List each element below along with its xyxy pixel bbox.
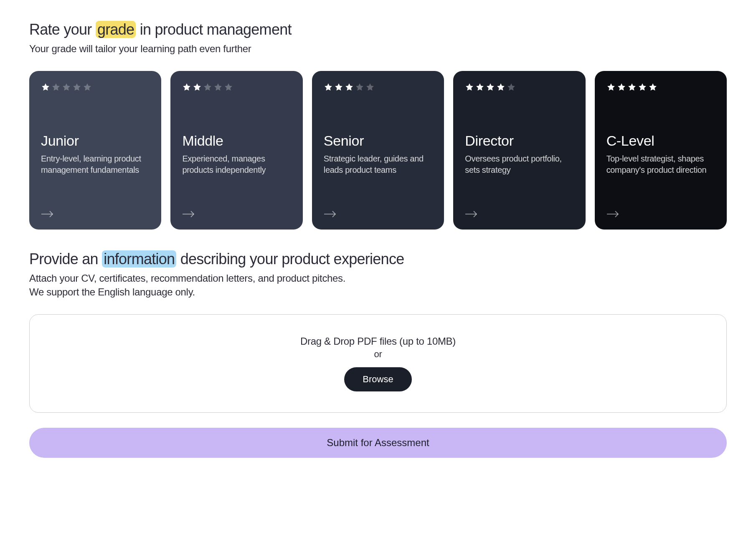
info-subtitle: Attach your CV, certificates, recommenda… xyxy=(29,271,727,299)
star-icon xyxy=(648,83,657,92)
grade-card-desc: Oversees product portfolio, sets strateg… xyxy=(465,153,573,176)
star-icon xyxy=(62,83,71,92)
grade-card-director[interactable]: Director Oversees product portfolio, set… xyxy=(453,71,585,230)
star-rating xyxy=(465,83,573,92)
upload-dropzone[interactable]: Drag & Drop PDF files (up to 10MB) or Br… xyxy=(29,314,727,413)
grade-card-junior[interactable]: Junior Entry-level, learning product man… xyxy=(29,71,161,230)
grade-heading-highlight: grade xyxy=(96,21,136,38)
star-rating xyxy=(606,83,715,92)
star-rating xyxy=(182,83,291,92)
grade-card-title: Senior xyxy=(324,133,432,149)
grade-card-middle[interactable]: Middle Experienced, manages products ind… xyxy=(170,71,302,230)
info-subtitle-line2: We support the English language only. xyxy=(29,286,195,298)
star-icon xyxy=(345,83,354,92)
star-icon xyxy=(213,83,223,92)
grade-subtitle: Your grade will tailor your learning pat… xyxy=(29,42,727,56)
arrow-right-icon xyxy=(41,210,53,218)
info-heading-pre: Provide an xyxy=(29,250,102,268)
star-icon xyxy=(496,83,505,92)
arrow-right-icon xyxy=(182,210,195,218)
star-icon xyxy=(324,83,333,92)
grade-card-title: Director xyxy=(465,133,573,149)
submit-button[interactable]: Submit for Assessment xyxy=(29,428,727,458)
grade-card-desc: Strategic leader, guides and leads produ… xyxy=(324,153,432,176)
arrow-right-icon xyxy=(606,210,619,218)
star-icon xyxy=(72,83,81,92)
star-icon xyxy=(486,83,495,92)
star-icon xyxy=(334,83,343,92)
star-icon xyxy=(355,83,364,92)
grade-cards-row: Junior Entry-level, learning product man… xyxy=(29,71,727,230)
grade-card-c-level[interactable]: C-Level Top-level strategist, shapes com… xyxy=(595,71,727,230)
star-icon xyxy=(193,83,202,92)
grade-card-title: C-Level xyxy=(606,133,715,149)
info-heading-post: describing your product experience xyxy=(176,250,404,268)
grade-card-desc: Experienced, manages products independen… xyxy=(182,153,291,176)
arrow-right-icon xyxy=(465,210,477,218)
grade-card-title: Middle xyxy=(182,133,291,149)
upload-or-text: or xyxy=(51,349,705,360)
star-rating xyxy=(41,83,150,92)
grade-heading: Rate your grade in product management xyxy=(29,21,727,38)
star-icon xyxy=(617,83,626,92)
info-heading-highlight: information xyxy=(102,250,176,268)
grade-card-desc: Top-level strategist, shapes company's p… xyxy=(606,153,715,176)
grade-card-title: Junior xyxy=(41,133,150,149)
grade-heading-post: in product management xyxy=(136,21,291,38)
star-icon xyxy=(51,83,61,92)
star-icon xyxy=(182,83,191,92)
star-icon xyxy=(606,83,616,92)
star-icon xyxy=(638,83,647,92)
star-rating xyxy=(324,83,432,92)
star-icon xyxy=(41,83,50,92)
star-icon xyxy=(465,83,474,92)
star-icon xyxy=(83,83,92,92)
grade-heading-pre: Rate your xyxy=(29,21,96,38)
star-icon xyxy=(627,83,637,92)
grade-card-desc: Entry-level, learning product management… xyxy=(41,153,150,176)
star-icon xyxy=(475,83,485,92)
arrow-right-icon xyxy=(324,210,336,218)
star-icon xyxy=(365,83,375,92)
upload-drag-text: Drag & Drop PDF files (up to 10MB) xyxy=(51,336,705,347)
star-icon xyxy=(224,83,233,92)
browse-button[interactable]: Browse xyxy=(344,367,411,391)
info-heading: Provide an information describing your p… xyxy=(29,250,727,268)
info-subtitle-line1: Attach your CV, certificates, recommenda… xyxy=(29,273,345,284)
star-icon xyxy=(203,83,212,92)
grade-card-senior[interactable]: Senior Strategic leader, guides and lead… xyxy=(312,71,444,230)
star-icon xyxy=(507,83,516,92)
